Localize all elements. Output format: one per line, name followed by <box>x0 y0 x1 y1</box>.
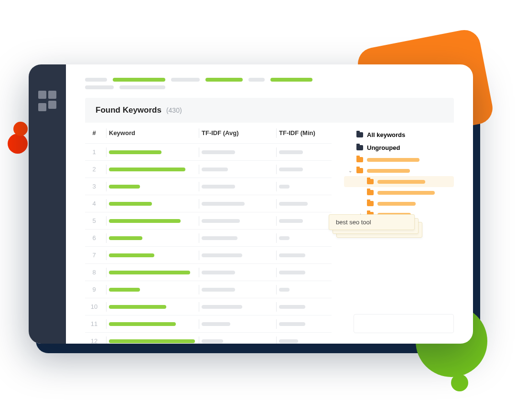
tree-footer-input[interactable] <box>354 314 454 333</box>
row-number: 4 <box>85 200 103 207</box>
row-number: 9 <box>85 286 103 293</box>
breadcrumb-pill[interactable] <box>113 78 165 82</box>
chevron-icon: ⌄ <box>348 168 353 173</box>
col-divider <box>199 268 199 277</box>
keyword-bar <box>109 271 190 274</box>
col-divider <box>199 302 199 312</box>
main-area: Found Keywords (430) # Keyword TF-IDF (A… <box>66 64 473 344</box>
tfidf-min-bar <box>279 322 305 326</box>
tfidf-min-bar <box>279 219 303 223</box>
tfidf-avg-bar <box>202 202 245 206</box>
col-tfidf-avg[interactable]: TF-IDF (Avg) <box>202 129 273 136</box>
tree-ungrouped[interactable]: Ungrouped <box>344 141 454 154</box>
col-divider <box>106 199 107 209</box>
table-row[interactable]: 11 <box>85 315 332 333</box>
row-number: 12 <box>85 337 103 344</box>
table-row[interactable]: 4 <box>85 195 332 212</box>
table-row[interactable]: 12 <box>85 333 332 344</box>
tfidf-avg-bar <box>202 339 223 343</box>
decorative-blob-green-small <box>451 374 468 391</box>
table-row[interactable]: 3 <box>85 178 332 195</box>
table-row[interactable]: 5 <box>85 212 332 230</box>
tree-group-item[interactable]: ⌄ <box>344 165 454 176</box>
tfidf-min-bar <box>279 202 308 206</box>
table-row[interactable]: 6 <box>85 230 332 247</box>
breadcrumb-pill[interactable] <box>248 78 265 82</box>
col-divider <box>276 285 277 294</box>
tfidf-min-bar <box>279 339 298 343</box>
col-divider <box>106 251 107 260</box>
folder-icon <box>367 190 374 195</box>
tree-group-item[interactable] <box>344 176 454 187</box>
row-number: 1 <box>85 148 103 156</box>
col-divider <box>276 199 277 209</box>
decorative-blob-red <box>8 134 28 154</box>
tree-group-item[interactable] <box>344 154 454 165</box>
tfidf-min-bar <box>279 253 305 257</box>
col-divider <box>199 233 199 243</box>
col-divider <box>106 182 107 191</box>
col-divider <box>106 128 107 138</box>
table-row[interactable]: 9 <box>85 281 332 298</box>
breadcrumb-pill[interactable] <box>119 85 165 89</box>
col-divider <box>199 165 199 174</box>
table-row[interactable]: 2 <box>85 161 332 178</box>
col-divider <box>106 319 107 329</box>
tree-all-keywords[interactable]: All keywords <box>344 128 454 141</box>
tfidf-avg-bar <box>202 168 228 171</box>
keyword-bar <box>109 202 152 206</box>
keyword-bar <box>109 185 140 189</box>
tfidf-avg-bar <box>202 322 230 326</box>
table-header: # Keyword TF-IDF (Avg) TF-IDF (Min) <box>85 123 332 144</box>
col-divider <box>199 147 199 157</box>
breadcrumb-pill[interactable] <box>85 78 107 82</box>
col-divider <box>106 165 107 174</box>
tree-item-label <box>377 180 425 184</box>
col-divider <box>106 216 107 226</box>
breadcrumb-pill[interactable] <box>205 78 243 82</box>
col-divider <box>199 216 199 226</box>
tree-item-label <box>367 158 419 162</box>
table-row[interactable]: 10 <box>85 298 332 315</box>
table-row[interactable]: 8 <box>85 264 332 281</box>
breadcrumb-pill[interactable] <box>85 85 114 89</box>
col-divider <box>199 285 199 294</box>
row-number: 10 <box>85 303 103 310</box>
tree-group-item[interactable] <box>344 187 454 198</box>
col-keyword[interactable]: Keyword <box>109 129 196 136</box>
folder-icon <box>356 168 363 173</box>
keyword-bar <box>109 150 161 154</box>
tree-item-label <box>367 169 410 173</box>
tfidf-min-bar <box>279 185 290 189</box>
table-row[interactable]: 1 <box>85 144 332 161</box>
col-divider <box>199 251 199 260</box>
keyword-bar <box>109 339 195 343</box>
folder-icon <box>356 132 363 137</box>
col-tfidf-min[interactable]: TF-IDF (Min) <box>279 129 332 136</box>
row-number: 2 <box>85 166 103 173</box>
breadcrumb-pill[interactable] <box>270 78 312 82</box>
keyword-bar <box>109 288 140 292</box>
sidebar <box>29 64 66 344</box>
col-divider <box>106 233 107 243</box>
app-logo-icon[interactable] <box>38 91 56 109</box>
col-divider <box>199 182 199 191</box>
tooltip-stack: best seo tool <box>329 214 415 230</box>
col-num[interactable]: # <box>85 129 103 136</box>
col-divider <box>276 128 277 138</box>
tfidf-min-bar <box>279 236 290 240</box>
col-divider <box>199 319 199 329</box>
tfidf-min-bar <box>279 168 303 171</box>
tree-group-item[interactable] <box>344 198 454 209</box>
row-number: 3 <box>85 183 103 190</box>
breadcrumb-pill[interactable] <box>171 78 200 82</box>
tfidf-min-bar <box>279 150 303 154</box>
keyword-bar <box>109 168 185 171</box>
tfidf-avg-bar <box>202 219 240 223</box>
tfidf-avg-bar <box>202 271 235 274</box>
col-divider <box>276 216 277 226</box>
row-number: 8 <box>85 269 103 276</box>
table-row[interactable]: 7 <box>85 247 332 264</box>
row-number: 5 <box>85 217 103 224</box>
panel-header: Found Keywords (430) <box>85 98 454 123</box>
